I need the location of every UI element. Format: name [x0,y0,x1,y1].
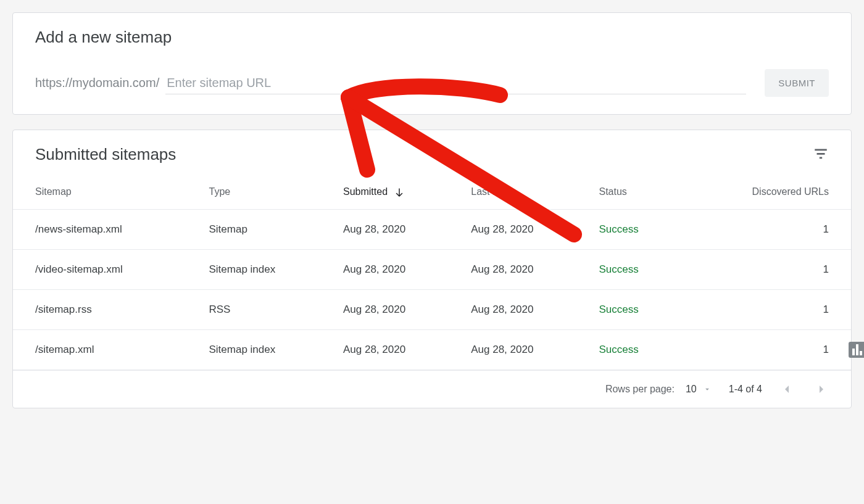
pagination-range: 1-4 of 4 [729,384,762,395]
col-last-read[interactable]: Last read [461,169,589,209]
col-status[interactable]: Status [589,169,681,209]
table-row[interactable]: /sitemap.rssRSSAug 28, 2020Aug 28, 2020S… [13,289,851,329]
cell-type: Sitemap index [199,249,333,289]
add-sitemap-card: Add a new sitemap https://mydomain.com/ … [12,12,852,115]
col-submitted-label: Submitted [343,186,388,197]
cell-last-read: Aug 28, 2020 [461,209,589,249]
card-title: Submitted sitemaps [35,145,176,164]
submitted-sitemaps-card: Submitted sitemaps Sitemap Type Submitte… [12,130,852,408]
cell-status: Success [589,209,681,249]
cell-sitemap: /sitemap.xml [13,329,199,370]
filter-icon[interactable] [813,146,829,164]
cell-type: Sitemap [199,209,333,249]
cell-discovered: 1 [681,249,851,289]
card-title: Add a new sitemap [35,28,829,47]
cell-last-read: Aug 28, 2020 [461,289,589,329]
cell-discovered: 1 [681,209,851,249]
cell-discovered: 1 [681,329,851,370]
cell-status: Success [589,329,681,370]
table-footer: Rows per page: 10 1-4 of 4 [13,370,851,408]
col-submitted[interactable]: Submitted [333,169,461,209]
cell-type: Sitemap index [199,329,333,370]
table-row[interactable]: /sitemap.xmlSitemap indexAug 28, 2020Aug… [13,329,851,370]
rows-per-page-value: 10 [686,384,697,395]
table-row[interactable]: /news-sitemap.xmlSitemapAug 28, 2020Aug … [13,209,851,249]
bar-chart-icon[interactable] [849,342,864,358]
cell-submitted: Aug 28, 2020 [333,329,461,370]
rows-per-page-select[interactable]: 10 [686,384,712,395]
sitemap-url-input[interactable] [165,72,746,94]
cell-sitemap: /video-sitemap.xml [13,249,199,289]
dropdown-icon [703,385,712,394]
table-row[interactable]: /video-sitemap.xmlSitemap indexAug 28, 2… [13,249,851,289]
url-prefix-label: https://mydomain.com/ [35,76,159,90]
cell-discovered: 1 [681,289,851,329]
cell-submitted: Aug 28, 2020 [333,209,461,249]
cell-status: Success [589,289,681,329]
add-sitemap-form: https://mydomain.com/ SUBMIT [35,69,829,97]
cell-submitted: Aug 28, 2020 [333,289,461,329]
sort-desc-icon [394,187,405,198]
cell-status: Success [589,249,681,289]
cell-type: RSS [199,289,333,329]
rows-per-page-label: Rows per page: [605,384,675,395]
col-discovered[interactable]: Discovered URLs [681,169,851,209]
cell-last-read: Aug 28, 2020 [461,249,589,289]
col-sitemap[interactable]: Sitemap [13,169,199,209]
col-type[interactable]: Type [199,169,333,209]
table-header-row: Sitemap Type Submitted Last read Status … [13,169,851,209]
cell-sitemap: /news-sitemap.xml [13,209,199,249]
next-page-button[interactable] [814,382,829,397]
sitemaps-table: Sitemap Type Submitted Last read Status … [13,169,851,370]
submit-button[interactable]: SUBMIT [765,69,829,97]
cell-sitemap: /sitemap.rss [13,289,199,329]
cell-last-read: Aug 28, 2020 [461,329,589,370]
cell-submitted: Aug 28, 2020 [333,249,461,289]
prev-page-button[interactable] [779,382,794,397]
